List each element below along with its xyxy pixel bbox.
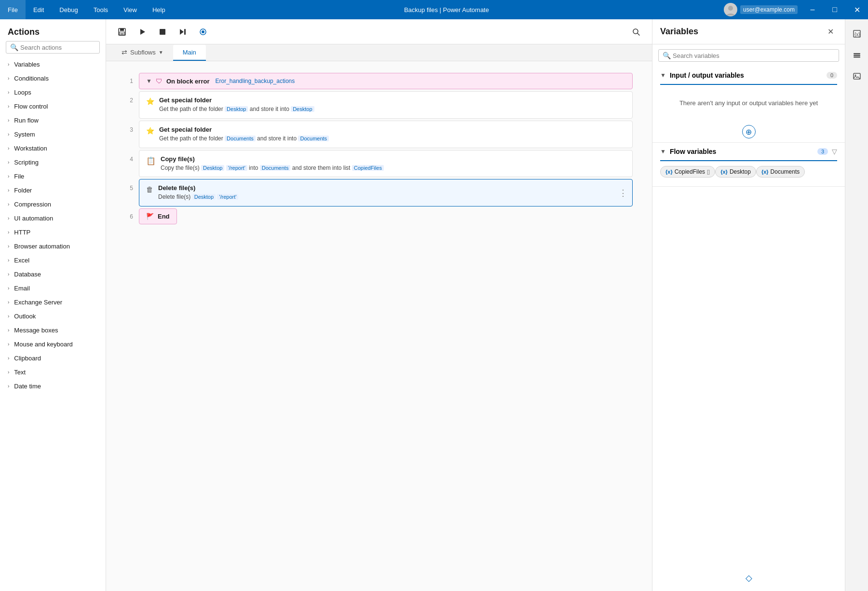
- flow-vars-section: ▼ Flow variables 3 ▽ {x}CopiedFiles[]{x}…: [652, 143, 845, 187]
- variables-title: Variables: [660, 27, 820, 37]
- flow-step-4[interactable]: 📋 Copy file(s) Copy the file(s) Desktop …: [139, 150, 633, 178]
- sidebar-item-system[interactable]: ›System: [0, 127, 106, 141]
- sidebar-item-label: Scripting: [14, 159, 39, 166]
- search-box[interactable]: 🔍: [6, 41, 100, 54]
- subflows-dropdown-icon[interactable]: ▼: [159, 50, 163, 55]
- run-button[interactable]: [134, 24, 150, 40]
- svg-marker-7: [180, 29, 184, 35]
- maximize-button[interactable]: □: [824, 0, 846, 19]
- user-name[interactable]: user@example.com: [740, 5, 798, 14]
- variables-close-button[interactable]: ✕: [824, 25, 837, 39]
- menu-bar: File Edit Debug Tools View Help: [0, 0, 173, 19]
- flow-step-5[interactable]: 🗑 Delete file(s) Delete file(s) Desktop …: [139, 179, 633, 206]
- menu-debug[interactable]: Debug: [52, 0, 85, 19]
- menu-file[interactable]: File: [0, 0, 26, 19]
- sidebar-item-folder[interactable]: ›Folder: [0, 183, 106, 197]
- stop-button[interactable]: [154, 24, 171, 40]
- canvas-search-button[interactable]: [628, 24, 644, 40]
- sidebar-item-message-boxes[interactable]: ›Message boxes: [0, 323, 106, 337]
- step-5-more-button[interactable]: ⋮: [619, 188, 627, 198]
- search-icon: 🔍: [10, 43, 18, 51]
- sidebar-item-clipboard[interactable]: ›Clipboard: [0, 351, 106, 365]
- menu-view[interactable]: View: [116, 0, 145, 19]
- flow-step-3-wrapper: 3 ⭐ Get special folder Get the path of t…: [106, 121, 652, 148]
- sidebar-item-label: Email: [14, 285, 30, 292]
- sidebar-item-label: Loops: [14, 89, 31, 96]
- menu-help[interactable]: Help: [145, 0, 173, 19]
- chevron-icon: ›: [8, 230, 9, 235]
- sidebar-item-label: Variables: [14, 61, 40, 68]
- right-icon-expand[interactable]: {x}: [848, 25, 866, 42]
- sidebar-item-file[interactable]: ›File: [0, 169, 106, 183]
- variables-search-box[interactable]: 🔍: [658, 49, 839, 62]
- right-icon-image[interactable]: [848, 68, 866, 85]
- sidebar-item-outlook[interactable]: ›Outlook: [0, 309, 106, 323]
- step-2-desc: Get the path of the folder Desktop and s…: [159, 105, 625, 113]
- sidebar-item-label: Run flow: [14, 117, 39, 124]
- sidebar-item-conditionals[interactable]: ›Conditionals: [0, 71, 106, 85]
- flow-step-3[interactable]: ⭐ Get special folder Get the path of the…: [139, 121, 633, 148]
- menu-tools[interactable]: Tools: [86, 0, 116, 19]
- svg-line-12: [637, 33, 639, 35]
- menu-edit[interactable]: Edit: [26, 0, 52, 19]
- input-output-header[interactable]: ▼ Input / output variables 0: [652, 67, 845, 84]
- sidebar-item-label: Outlook: [14, 313, 36, 320]
- step-3-star-icon: ⭐: [146, 126, 154, 135]
- array-icon: []: [707, 169, 710, 175]
- sidebar-item-mouse-and-keyboard[interactable]: ›Mouse and keyboard: [0, 337, 106, 351]
- search-input[interactable]: [20, 44, 101, 51]
- sidebar-item-email[interactable]: ›Email: [0, 281, 106, 295]
- step-4-var1: Desktop: [201, 165, 224, 171]
- sidebar-item-label: Text: [14, 369, 26, 376]
- right-icon-layers[interactable]: [848, 46, 866, 64]
- flow-step-2[interactable]: ⭐ Get special folder Get the path of the…: [139, 91, 633, 119]
- sidebar-item-database[interactable]: ›Database: [0, 267, 106, 281]
- svg-rect-2: [120, 28, 124, 31]
- sidebar-item-http[interactable]: ›HTTP: [0, 225, 106, 239]
- sidebar-item-compression[interactable]: ›Compression: [0, 197, 106, 211]
- sidebar-item-exchange-server[interactable]: ›Exchange Server: [0, 295, 106, 309]
- sidebar-item-variables[interactable]: ›Variables: [0, 57, 106, 71]
- record-button[interactable]: [195, 24, 211, 40]
- variables-panel: Variables ✕ 🔍 ▼ Input / output variables…: [652, 19, 845, 591]
- tab-subflows[interactable]: ⇄ Subflows ▼: [112, 44, 173, 61]
- variables-search-input[interactable]: [673, 52, 835, 59]
- chevron-icon: ›: [8, 258, 9, 263]
- sidebar-item-flow-control[interactable]: ›Flow control: [0, 99, 106, 113]
- sidebar-item-label: Compression: [14, 201, 51, 208]
- add-variable-button[interactable]: ⊕: [742, 125, 756, 138]
- sidebar-item-excel[interactable]: ›Excel: [0, 253, 106, 267]
- var-chip-name: Documents: [771, 168, 800, 175]
- chevron-icon: ›: [8, 328, 9, 333]
- sidebar-item-workstation[interactable]: ›Workstation: [0, 141, 106, 155]
- sidebar-item-date-time[interactable]: ›Date time: [0, 379, 106, 393]
- step-3-title: Get special folder: [159, 126, 625, 133]
- actions-sidebar: Actions 🔍 ›Variables›Conditionals›Loops›…: [0, 19, 106, 591]
- step-4-str1: '/report': [226, 165, 247, 171]
- next-button[interactable]: [175, 24, 191, 40]
- save-button[interactable]: [114, 24, 130, 40]
- sidebar-item-browser-automation[interactable]: ›Browser automation: [0, 239, 106, 253]
- sidebar-item-label: System: [14, 131, 35, 138]
- input-output-chevron: ▼: [660, 72, 666, 79]
- chevron-icon: ›: [8, 174, 9, 179]
- sidebar-item-loops[interactable]: ›Loops: [0, 85, 106, 99]
- flow-vars-filter-icon[interactable]: ▽: [832, 148, 837, 155]
- window-title: Backup files | Power Automate: [173, 6, 720, 14]
- var-chip-desktop[interactable]: {x}Desktop: [715, 166, 756, 178]
- sidebar-item-ui-automation[interactable]: ›UI automation: [0, 211, 106, 225]
- step-5-title: Delete file(s): [158, 184, 625, 192]
- tab-main[interactable]: Main: [173, 45, 206, 61]
- sidebar-item-scripting[interactable]: ›Scripting: [0, 155, 106, 169]
- step-4-content: Copy file(s) Copy the file(s) Desktop '/…: [161, 155, 625, 172]
- step-4-desc: Copy the file(s) Desktop '/report' into …: [161, 164, 625, 172]
- minimize-button[interactable]: –: [801, 0, 824, 19]
- block-error-card[interactable]: ▼ 🛡 On block error Eror_handling_backup_…: [139, 73, 633, 89]
- close-button[interactable]: ✕: [846, 0, 868, 19]
- flow-vars-header[interactable]: ▼ Flow variables 3 ▽: [652, 143, 845, 160]
- sidebar-item-text[interactable]: ›Text: [0, 365, 106, 379]
- sidebar-item-run-flow[interactable]: ›Run flow: [0, 113, 106, 127]
- var-chip-documents[interactable]: {x}Documents: [756, 166, 805, 178]
- var-chip-copiedfiles[interactable]: {x}CopiedFiles[]: [660, 166, 715, 178]
- titlebar: File Edit Debug Tools View Help Backup f…: [0, 0, 868, 19]
